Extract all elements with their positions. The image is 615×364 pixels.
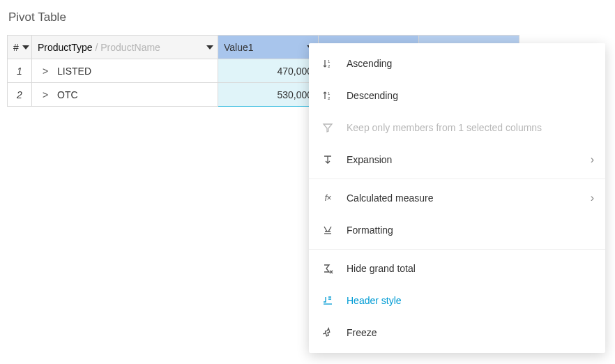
menu-item-label: Descending [347, 90, 398, 101]
dim-secondary-label: / ProductName [93, 42, 160, 53]
pin-icon [321, 326, 334, 339]
col-header-dimension[interactable]: ProductType / ProductName [32, 36, 218, 59]
menu-item-hide-grand-total[interactable]: Hide grand total [309, 252, 605, 285]
svg-text:2: 2 [328, 64, 331, 68]
menu-item-formatting[interactable]: Formatting [309, 214, 605, 246]
row-index: 1 [8, 59, 32, 83]
dim-primary-label: ProductType [38, 42, 93, 53]
chevron-right-icon: › [591, 153, 594, 166]
page-title: Pivot Table [8, 10, 608, 24]
filter-icon [321, 121, 334, 134]
cell-value1[interactable]: 530,000 [218, 83, 319, 107]
menu-item-label: Freeze [347, 327, 377, 338]
col-header-value1-label: Value1 [224, 42, 254, 53]
col-header-index[interactable]: # [8, 36, 32, 59]
sort-descending-icon: 1 2 [321, 89, 334, 102]
menu-item-calculated-measure[interactable]: f× Calculated measure › [309, 182, 605, 214]
menu-item-expansion[interactable]: Expansion › [309, 144, 605, 176]
menu-item-label: Expansion [347, 154, 392, 165]
row-dimension-cell[interactable]: >OTC [32, 83, 218, 107]
menu-item-label: Formatting [347, 225, 393, 236]
svg-text:1: 1 [328, 59, 331, 63]
menu-item-keep-only: Keep only members from 1 selected column… [309, 112, 605, 144]
context-menu: 1 2 Ascending 1 2 Descending Keep only m… [309, 43, 605, 353]
menu-item-ascending[interactable]: 1 2 Ascending [309, 47, 605, 79]
row-dim-label: OTC [57, 89, 78, 100]
expansion-icon [321, 153, 334, 166]
function-icon: f× [321, 192, 334, 204]
col-header-index-label: # [13, 42, 19, 53]
expand-icon[interactable]: > [40, 66, 50, 77]
header-style-icon [321, 294, 334, 307]
row-dim-label: LISTED [57, 66, 91, 77]
expand-icon[interactable]: > [40, 89, 50, 100]
col-header-value1[interactable]: Value1 [218, 36, 319, 59]
row-index: 2 [8, 83, 32, 107]
menu-item-freeze[interactable]: Freeze [309, 317, 605, 349]
formatting-icon [321, 224, 334, 236]
row-dimension-cell[interactable]: >LISTED [32, 59, 218, 83]
svg-text:1: 1 [328, 91, 331, 96]
menu-item-label: Header style [347, 295, 402, 306]
menu-item-descending[interactable]: 1 2 Descending [309, 79, 605, 112]
menu-item-label: Hide grand total [347, 263, 416, 274]
svg-text:2: 2 [328, 96, 331, 100]
chevron-down-icon [22, 45, 29, 50]
menu-item-label: Ascending [347, 58, 392, 69]
cell-value1[interactable]: 470,000 [218, 59, 319, 83]
menu-item-header-style[interactable]: Header style [309, 285, 605, 317]
chevron-down-icon [206, 45, 213, 50]
sort-ascending-icon: 1 2 [321, 57, 334, 70]
menu-item-label: Keep only members from 1 selected column… [347, 122, 542, 133]
menu-separator [309, 249, 605, 250]
menu-item-label: Calculated measure [347, 192, 434, 204]
chevron-right-icon: › [591, 192, 594, 204]
menu-separator [309, 179, 605, 179]
sigma-hide-icon [321, 262, 334, 275]
